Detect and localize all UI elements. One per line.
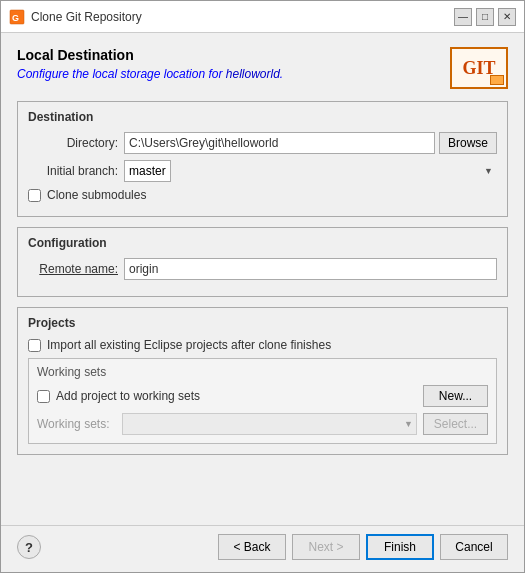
directory-label: Directory:: [28, 136, 118, 150]
minimize-button[interactable]: —: [454, 8, 472, 26]
new-button[interactable]: New...: [423, 385, 488, 407]
description-before: Configure the local storage location for: [17, 67, 226, 81]
window-title: Clone Git Repository: [31, 10, 454, 24]
footer-buttons: < Back Next > Finish Cancel: [218, 534, 508, 560]
directory-row: Directory: Browse: [28, 132, 497, 154]
description-after: .: [280, 67, 283, 81]
working-sets-label: Working sets:: [37, 417, 122, 431]
working-sets-select-wrapper: [122, 413, 417, 435]
header-text: Local Destination Configure the local st…: [17, 47, 283, 81]
configuration-group-title: Configuration: [28, 236, 497, 250]
destination-group: Destination Directory: Browse Initial br…: [17, 101, 508, 217]
clone-submodules-checkbox[interactable]: [28, 189, 41, 202]
branch-row: Initial branch: master: [28, 160, 497, 182]
help-button[interactable]: ?: [17, 535, 41, 559]
description-highlight: helloworld: [226, 67, 280, 81]
back-button[interactable]: < Back: [218, 534, 286, 560]
branch-label: Initial branch:: [28, 164, 118, 178]
window-icon: G: [9, 9, 25, 25]
next-button[interactable]: Next >: [292, 534, 360, 560]
dialog-content: Local Destination Configure the local st…: [1, 33, 524, 525]
add-working-sets-label[interactable]: Add project to working sets: [56, 389, 200, 403]
working-sets-select[interactable]: [122, 413, 417, 435]
projects-section: Projects Import all existing Eclipse pro…: [17, 307, 508, 455]
remote-name-row: Remote name:: [28, 258, 497, 280]
remote-name-input[interactable]: [124, 258, 497, 280]
branch-select[interactable]: master: [124, 160, 171, 182]
configuration-group: Configuration Remote name:: [17, 227, 508, 297]
clone-git-repository-dialog: G Clone Git Repository — □ ✕ Local Desti…: [0, 0, 525, 573]
title-bar: G Clone Git Repository — □ ✕: [1, 1, 524, 33]
import-projects-checkbox[interactable]: [28, 339, 41, 352]
window-controls: — □ ✕: [454, 8, 516, 26]
close-button[interactable]: ✕: [498, 8, 516, 26]
maximize-button[interactable]: □: [476, 8, 494, 26]
add-working-sets-checkbox[interactable]: [37, 390, 50, 403]
cancel-button[interactable]: Cancel: [440, 534, 508, 560]
clone-submodules-label[interactable]: Clone submodules: [47, 188, 146, 202]
working-sets-section: Working sets Add project to working sets…: [28, 358, 497, 444]
directory-input[interactable]: [124, 132, 435, 154]
working-sets-title: Working sets: [37, 365, 488, 379]
destination-group-title: Destination: [28, 110, 497, 124]
branch-select-wrapper: master: [124, 160, 497, 182]
import-projects-label[interactable]: Import all existing Eclipse projects aft…: [47, 338, 331, 352]
description: Configure the local storage location for…: [17, 67, 283, 81]
add-to-working-sets-row: Add project to working sets: [37, 389, 423, 403]
empty-area: [17, 465, 508, 515]
finish-button[interactable]: Finish: [366, 534, 434, 560]
clone-submodules-row: Clone submodules: [28, 188, 497, 202]
footer: ? < Back Next > Finish Cancel: [1, 525, 524, 572]
working-sets-controls: Add project to working sets New...: [37, 385, 488, 407]
browse-button[interactable]: Browse: [439, 132, 497, 154]
header-section: Local Destination Configure the local st…: [17, 47, 508, 89]
git-logo: GIT: [450, 47, 508, 89]
import-projects-row: Import all existing Eclipse projects aft…: [28, 338, 497, 352]
remote-name-label: Remote name:: [28, 262, 118, 276]
projects-section-title: Projects: [28, 316, 497, 330]
heading: Local Destination: [17, 47, 283, 63]
svg-text:G: G: [12, 13, 19, 23]
working-sets-select-row: Working sets: Select...: [37, 413, 488, 435]
select-button[interactable]: Select...: [423, 413, 488, 435]
